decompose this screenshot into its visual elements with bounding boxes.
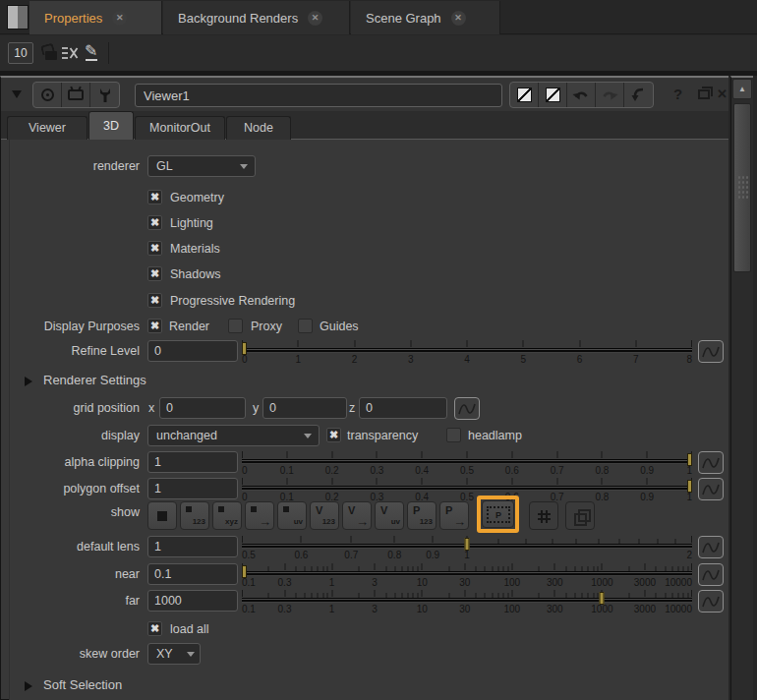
slider-handle[interactable] xyxy=(687,453,692,466)
refine-level-input[interactable] xyxy=(147,340,238,362)
proxy-checkbox[interactable] xyxy=(228,319,243,333)
display-dropdown[interactable]: unchanged xyxy=(147,425,320,446)
slider-track[interactable] xyxy=(242,598,692,603)
slider-handle[interactable] xyxy=(465,538,470,551)
swatch-button-2[interactable] xyxy=(539,83,567,107)
revert-button[interactable] xyxy=(624,83,653,107)
scrollbar-up-button[interactable]: ▲ xyxy=(732,79,752,99)
monitor-output-button[interactable] xyxy=(62,83,90,107)
far-slider[interactable]: 0.10.31310301003001000300010000 xyxy=(242,590,692,615)
animation-curve-button[interactable] xyxy=(698,478,724,500)
progressive-rendering-checkbox[interactable]: ✖ xyxy=(147,293,162,308)
show-bbox-button[interactable] xyxy=(565,501,595,530)
slider-tick xyxy=(691,590,692,597)
undo-button[interactable] xyxy=(567,83,596,107)
alpha-clipping-input[interactable] xyxy=(147,451,238,473)
near-slider[interactable]: 0.10.31310301003001000300010000 xyxy=(242,563,692,589)
default-lens-input[interactable] xyxy=(147,536,238,557)
shadows-checkbox[interactable]: ✖ xyxy=(147,266,162,281)
load-all-checkbox[interactable]: ✖ xyxy=(147,621,162,636)
geometry-checkbox[interactable]: ✖ xyxy=(147,190,162,204)
redo-button[interactable] xyxy=(596,83,624,107)
show-points-button[interactable] xyxy=(147,501,177,530)
skew-order-dropdown[interactable]: XY xyxy=(147,643,201,665)
renderer-settings-label[interactable]: Renderer Settings xyxy=(43,372,146,389)
animation-curve-button[interactable] xyxy=(698,451,724,474)
slider-handle[interactable] xyxy=(600,592,605,605)
far-input[interactable] xyxy=(147,590,238,612)
show-vertex-normals-button[interactable]: V→ xyxy=(342,501,372,530)
edit-pencil-icon[interactable]: ✎ xyxy=(85,41,97,60)
guides-checkbox[interactable] xyxy=(298,319,313,333)
show-point-normals-button[interactable]: → xyxy=(245,501,274,530)
animation-curve-button[interactable] xyxy=(698,340,724,363)
polygon-offset-slider[interactable]: 00.10.20.30.40.50.60.70.80.91 xyxy=(242,478,692,503)
show-point-xyz-button[interactable]: xyz xyxy=(212,501,242,530)
center-viewer-button[interactable] xyxy=(33,83,62,107)
show-primitive-indices-button[interactable]: P123 xyxy=(407,501,437,530)
show-primitive-attributes-button[interactable]: P xyxy=(482,500,514,528)
close-panel-button[interactable]: ✕ xyxy=(717,87,728,101)
scrollbar-thumb[interactable] xyxy=(733,103,751,272)
materials-checkbox[interactable]: ✖ xyxy=(147,241,162,256)
soft-selection-label[interactable]: Soft Selection xyxy=(43,676,122,694)
render-checkbox[interactable]: ✖ xyxy=(147,319,162,333)
animation-curve-button[interactable] xyxy=(698,563,724,586)
refine-level-slider[interactable]: 012345678 xyxy=(242,340,692,366)
node-menu-chevron-icon[interactable] xyxy=(12,90,22,98)
slider-handle[interactable] xyxy=(687,480,692,493)
close-all-panels-icon[interactable] xyxy=(61,45,79,65)
slider-handle[interactable] xyxy=(242,565,247,578)
close-icon[interactable]: ✕ xyxy=(112,11,127,26)
v-label: V xyxy=(380,504,387,516)
renderer-dropdown[interactable]: GL xyxy=(147,155,256,177)
tab-monitorout[interactable]: MonitorOut xyxy=(135,116,225,140)
curve-icon xyxy=(701,594,721,610)
show-vertex-indices-button[interactable]: V123 xyxy=(310,501,339,530)
slider-track[interactable] xyxy=(242,459,692,464)
node-settings-button[interactable] xyxy=(90,83,119,107)
near-input[interactable] xyxy=(147,563,238,585)
headlamp-checkbox[interactable] xyxy=(446,428,461,442)
polygon-offset-input[interactable] xyxy=(147,478,238,499)
show-primitive-normals-button[interactable]: P→ xyxy=(439,501,469,530)
default-lens-slider[interactable]: 0.50.60.70.80.912 xyxy=(242,536,692,561)
slider-tick xyxy=(511,590,512,597)
slider-handle[interactable] xyxy=(242,342,247,355)
slider-track[interactable] xyxy=(242,348,692,353)
alpha-clipping-slider[interactable]: 00.10.20.30.40.50.60.70.80.91 xyxy=(242,451,692,477)
pane-menu-icon[interactable] xyxy=(7,5,29,29)
slider-track[interactable] xyxy=(242,486,692,491)
slider-track[interactable] xyxy=(242,571,692,576)
tab-3d[interactable]: 3D xyxy=(88,111,134,140)
grid-position-y-input[interactable] xyxy=(262,397,347,419)
swatch-button-1[interactable] xyxy=(510,83,539,107)
transparency-checkbox[interactable]: ✖ xyxy=(326,428,341,442)
close-icon[interactable]: ✕ xyxy=(308,11,322,26)
animation-curve-button[interactable] xyxy=(698,536,724,558)
grid-position-z-input[interactable] xyxy=(359,397,447,419)
renderer-settings-expand-icon[interactable] xyxy=(25,377,32,386)
workspace-tab-background-renders[interactable]: Background Renders ✕ xyxy=(163,1,350,34)
slider-tick-label: 300 xyxy=(547,577,563,588)
show-grid-button[interactable] xyxy=(529,501,558,530)
show-vertex-uvs-button[interactable]: Vuv xyxy=(375,501,404,530)
float-panel-button[interactable] xyxy=(698,89,710,99)
workspace-tab-properties[interactable]: Properties ✕ xyxy=(29,1,162,34)
grid-position-x-input[interactable] xyxy=(159,397,246,419)
vertical-scrollbar[interactable]: ▲ xyxy=(730,76,753,700)
show-point-indices-button[interactable]: 123 xyxy=(180,501,209,530)
max-panels-input[interactable] xyxy=(8,42,33,64)
animation-curve-button[interactable] xyxy=(454,397,480,420)
animation-curve-button[interactable] xyxy=(698,590,724,612)
workspace-tab-scene-graph[interactable]: Scene Graph ✕ xyxy=(351,1,500,34)
help-button[interactable]: ? xyxy=(673,86,682,102)
show-point-uvs-button[interactable]: uv xyxy=(277,501,307,530)
soft-selection-expand-icon[interactable] xyxy=(25,681,32,691)
node-name-input[interactable] xyxy=(135,84,502,107)
close-icon[interactable]: ✕ xyxy=(451,11,466,26)
tab-node[interactable]: Node xyxy=(226,116,291,140)
lock-panels-icon[interactable] xyxy=(45,51,57,60)
lighting-checkbox[interactable]: ✖ xyxy=(147,215,162,230)
tab-viewer[interactable]: Viewer xyxy=(7,116,87,140)
